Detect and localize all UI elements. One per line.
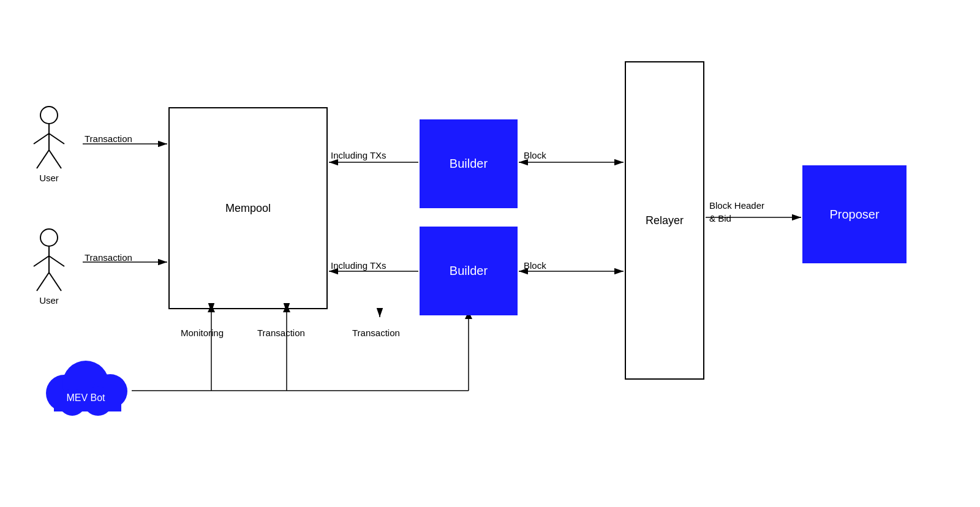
user2-figure: User	[28, 227, 70, 306]
user1-figure: User	[28, 104, 70, 183]
mempool-box: Mempool	[168, 107, 328, 309]
svg-line-10	[34, 256, 49, 266]
mevbot-svg: MEV Bot	[31, 353, 141, 421]
svg-line-12	[37, 272, 49, 291]
mempool-label: Mempool	[225, 202, 271, 215]
transaction-bottom-label: Transaction	[257, 328, 305, 338]
diagram: Transaction Transaction Including TXs Bl…	[0, 0, 980, 507]
builder2-label: Builder	[450, 264, 488, 278]
svg-point-8	[40, 229, 58, 246]
user1-svg	[28, 104, 70, 171]
monitoring-label: Monitoring	[181, 328, 224, 338]
user1-transaction-label: Transaction	[85, 133, 132, 144]
block-header-bid-label: Block Header& Bid	[709, 199, 764, 225]
svg-line-11	[49, 256, 64, 266]
proposer-box: Proposer	[802, 165, 907, 263]
proposer-label: Proposer	[829, 208, 879, 222]
builder2-including-txs-label: Including TXs	[331, 260, 386, 271]
svg-line-7	[49, 150, 61, 168]
svg-line-6	[37, 150, 49, 168]
user1-label: User	[39, 173, 59, 183]
relayer-box: Relayer	[625, 61, 704, 380]
svg-line-5	[49, 133, 64, 144]
user2-svg	[28, 227, 70, 294]
builder2-box: Builder	[420, 227, 518, 315]
transaction-builder2-label: Transaction	[352, 328, 400, 338]
svg-line-13	[49, 272, 61, 291]
user2-label: User	[39, 295, 59, 306]
builder1-block-label: Block	[524, 150, 546, 160]
builder1-label: Builder	[450, 157, 488, 171]
builder2-block-label: Block	[524, 260, 546, 271]
mevbot-cloud: MEV Bot	[31, 353, 141, 421]
svg-line-4	[34, 133, 49, 144]
builder1-including-txs-label: Including TXs	[331, 150, 386, 160]
svg-point-2	[40, 107, 58, 124]
builder1-box: Builder	[420, 119, 518, 208]
relayer-label: Relayer	[646, 214, 684, 227]
mevbot-text: MEV Bot	[66, 392, 105, 403]
user2-transaction-label: Transaction	[85, 252, 132, 263]
